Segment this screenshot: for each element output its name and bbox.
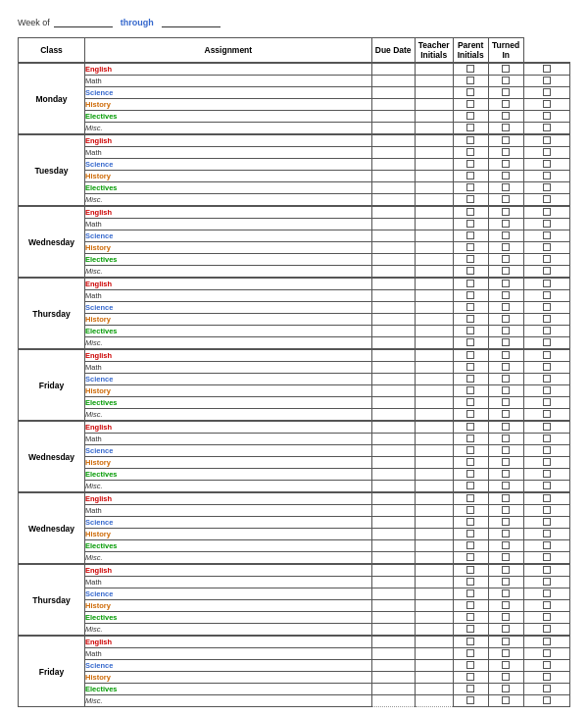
due-date-cell[interactable] [415,624,453,637]
week-end-field[interactable] [162,18,220,27]
due-date-cell[interactable] [415,385,453,397]
due-date-cell[interactable] [415,695,453,707]
due-date-cell[interactable] [415,134,453,147]
assignment-cell[interactable] [371,147,415,159]
assignment-cell[interactable] [371,612,415,624]
assignment-cell[interactable] [371,385,415,397]
due-date-cell[interactable] [415,266,453,279]
assignment-cell[interactable] [371,206,415,219]
due-date-cell[interactable] [415,481,453,493]
assignment-cell[interactable] [371,505,415,517]
assignment-cell[interactable] [371,219,415,230]
assignment-cell[interactable] [371,314,415,326]
assignment-cell[interactable] [371,337,415,350]
due-date-cell[interactable] [415,600,453,612]
due-date-cell[interactable] [415,349,453,362]
due-date-cell[interactable] [415,230,453,242]
due-date-cell[interactable] [415,672,453,684]
assignment-cell[interactable] [371,99,415,111]
due-date-cell[interactable] [415,529,453,540]
due-date-cell[interactable] [415,469,453,481]
due-date-cell[interactable] [415,505,453,517]
assignment-cell[interactable] [371,684,415,695]
assignment-cell[interactable] [371,230,415,242]
assignment-cell[interactable] [371,434,415,445]
assignment-cell[interactable] [371,111,415,123]
assignment-cell[interactable] [371,517,415,529]
due-date-cell[interactable] [415,159,453,171]
due-date-cell[interactable] [415,517,453,529]
due-date-cell[interactable] [415,409,453,422]
due-date-cell[interactable] [415,194,453,207]
due-date-cell[interactable] [415,588,453,600]
assignment-cell[interactable] [371,648,415,660]
due-date-cell[interactable] [415,564,453,577]
assignment-cell[interactable] [371,481,415,493]
assignment-cell[interactable] [371,134,415,147]
due-date-cell[interactable] [415,684,453,695]
assignment-cell[interactable] [371,397,415,409]
due-date-cell[interactable] [415,337,453,350]
assignment-cell[interactable] [371,362,415,374]
assignment-cell[interactable] [371,469,415,481]
due-date-cell[interactable] [415,492,453,505]
assignment-cell[interactable] [371,182,415,194]
due-date-cell[interactable] [415,421,453,434]
assignment-cell[interactable] [371,76,415,87]
assignment-cell[interactable] [371,552,415,565]
assignment-cell[interactable] [371,636,415,648]
due-date-cell[interactable] [415,147,453,159]
due-date-cell[interactable] [415,314,453,326]
due-date-cell[interactable] [415,540,453,552]
assignment-cell[interactable] [371,266,415,279]
due-date-cell[interactable] [415,182,453,194]
due-date-cell[interactable] [415,302,453,314]
due-date-cell[interactable] [415,552,453,565]
assignment-cell[interactable] [371,445,415,457]
week-start-field[interactable] [54,18,113,27]
due-date-cell[interactable] [415,660,453,672]
assignment-cell[interactable] [371,194,415,207]
assignment-cell[interactable] [371,349,415,362]
assignment-cell[interactable] [371,409,415,422]
assignment-cell[interactable] [371,159,415,171]
due-date-cell[interactable] [415,206,453,219]
due-date-cell[interactable] [415,254,453,266]
due-date-cell[interactable] [415,612,453,624]
assignment-cell[interactable] [371,564,415,577]
due-date-cell[interactable] [415,648,453,660]
due-date-cell[interactable] [415,87,453,99]
due-date-cell[interactable] [415,111,453,123]
assignment-cell[interactable] [371,660,415,672]
assignment-cell[interactable] [371,171,415,182]
assignment-cell[interactable] [371,457,415,469]
due-date-cell[interactable] [415,171,453,182]
due-date-cell[interactable] [415,123,453,135]
assignment-cell[interactable] [371,588,415,600]
assignment-cell[interactable] [371,254,415,266]
assignment-cell[interactable] [371,672,415,684]
due-date-cell[interactable] [415,219,453,230]
due-date-cell[interactable] [415,374,453,385]
assignment-cell[interactable] [371,87,415,99]
assignment-cell[interactable] [371,290,415,302]
due-date-cell[interactable] [415,242,453,254]
assignment-cell[interactable] [371,123,415,135]
assignment-cell[interactable] [371,529,415,540]
due-date-cell[interactable] [415,362,453,374]
assignment-cell[interactable] [371,600,415,612]
due-date-cell[interactable] [415,445,453,457]
assignment-cell[interactable] [371,302,415,314]
assignment-cell[interactable] [371,278,415,290]
due-date-cell[interactable] [415,99,453,111]
assignment-cell[interactable] [371,540,415,552]
due-date-cell[interactable] [415,63,453,76]
due-date-cell[interactable] [415,397,453,409]
due-date-cell[interactable] [415,326,453,337]
assignment-cell[interactable] [371,624,415,637]
assignment-cell[interactable] [371,492,415,505]
due-date-cell[interactable] [415,457,453,469]
due-date-cell[interactable] [415,76,453,87]
assignment-cell[interactable] [371,63,415,76]
assignment-cell[interactable] [371,326,415,337]
